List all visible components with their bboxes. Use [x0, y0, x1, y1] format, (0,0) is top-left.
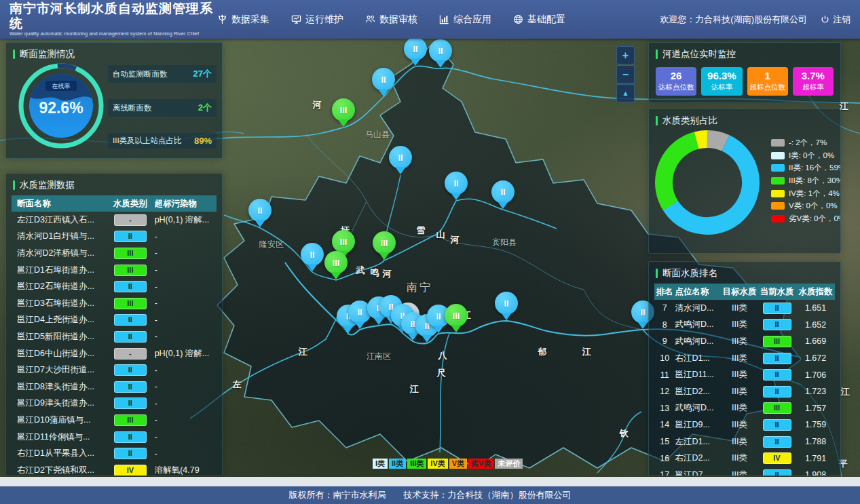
nav-item-2[interactable]: 运行维护 — [291, 14, 343, 26]
ranking-table-row[interactable]: 16右江D2...III类IV1.791 — [654, 450, 835, 467]
water-class-badge: IV — [114, 465, 147, 476]
station-marker[interactable]: III — [332, 230, 355, 253]
section-name-cell: 邕江D7大沙田街道... — [12, 364, 106, 376]
station-marker[interactable]: III — [445, 304, 468, 327]
water-class-cell: II — [106, 231, 155, 242]
ranking-table-row[interactable]: 8武鸣河D...III类II1.652 — [654, 317, 835, 334]
quality-table-row[interactable]: 邕江D6中山街道办...-pH(0,1) 溶解... — [12, 345, 217, 362]
quality-table-row[interactable]: 邕江D4上尧街道办...II- — [12, 312, 217, 329]
panel-title: 断面水质排名 — [649, 262, 840, 282]
station-marker[interactable]: II — [445, 172, 468, 195]
water-class-cell: III — [106, 414, 155, 426]
water-class-badge: II — [763, 369, 791, 381]
target-class-cell: III类 — [722, 336, 758, 347]
power-icon — [821, 15, 829, 24]
quality-index-cell: 1.723 — [796, 387, 835, 396]
station-marker[interactable]: II — [491, 180, 515, 203]
station-marker[interactable]: III — [332, 98, 355, 121]
current-class-cell: III — [758, 402, 796, 414]
quality-table-row[interactable]: 邕江D10蒲庙镇与...III- — [12, 412, 217, 429]
station-marker[interactable]: II — [495, 292, 518, 315]
app-brand: 南宁市河长制水质自动监测管理系统 Water quality automatic… — [10, 1, 213, 37]
station-marker[interactable]: II — [429, 39, 452, 62]
zoom-in-button[interactable]: + — [616, 46, 635, 64]
title-accent-bar — [656, 116, 658, 125]
title-accent-bar — [13, 50, 15, 59]
ranking-table-panel: 断面水质排名 排名点位名称目标水质当前水质水质指数 7清水河D...III类II… — [648, 261, 841, 476]
map-canvas[interactable]: 河马山县圩河武鸣河雪山河南宁兴宁区宾阳县隆安区江南区邕江江八尺左江江郁江钦江江平… — [0, 39, 860, 477]
ranking-table-row[interactable]: 11邕江D11...III类II1.706 — [654, 366, 835, 383]
nav-item-5[interactable]: 基础配置 — [513, 14, 565, 26]
ranking-table-row[interactable]: 10右江D1...III类II1.672 — [654, 350, 835, 367]
ranking-table-row[interactable]: 9武鸣河D...III类III1.669 — [654, 333, 835, 350]
quality-table-row[interactable]: 清水河D1白圩镇与...II- — [12, 229, 217, 246]
extent-button[interactable]: ▴ — [616, 84, 635, 102]
quality-table-row[interactable]: 左江D3江西镇入石...-pH(0,1) 溶解... — [12, 212, 217, 229]
quality-table-row[interactable]: 邕江D11伶俐镇与...II- — [12, 429, 217, 446]
zoom-out-button[interactable]: − — [616, 65, 635, 83]
nav-item-3[interactable]: 数据审核 — [365, 14, 417, 26]
water-class-badge: - — [114, 348, 147, 360]
quality-table-row[interactable]: 邕江D9津头街道办...II- — [12, 395, 217, 412]
station-marker[interactable]: II — [248, 199, 272, 222]
water-class-cell: II — [106, 431, 155, 443]
pollutant-cell: - — [155, 298, 217, 308]
quality-table-row[interactable]: 邕江D3石埠街道办...III- — [12, 295, 217, 312]
rank-cell: 10 — [654, 353, 675, 363]
quality-table-row[interactable]: 邕江D8津头街道办...II- — [12, 379, 217, 395]
current-class-cell: II — [758, 386, 796, 398]
ranking-header-cell: 目标水质 — [722, 286, 758, 298]
station-marker[interactable]: III — [324, 251, 348, 274]
quality-table-row[interactable]: 邕江D7大沙田街道...II- — [12, 362, 217, 379]
current-class-cell: II — [758, 369, 796, 381]
rank-cell: 15 — [654, 437, 675, 446]
category-ratio-panel: 水质类别占比 -: 2个，7%I类: 0个，0%II类: 16个，59%III类… — [648, 109, 841, 254]
main-nav: 数据采集运行维护数据审核综合应用基础配置 — [217, 14, 565, 26]
quality-table-row[interactable]: 右江D2下尧镇和双...IV溶解氧(4.79 — [12, 462, 217, 476]
section-name-cell: 邕江D6中山街道办... — [12, 348, 106, 360]
logout-button[interactable]: 注销 — [821, 14, 850, 26]
quality-table-row[interactable]: 邕江D5新阳街道办...II- — [12, 328, 217, 345]
copyright-text: 版权所有：南宁市水利局 技术支持：力合科技（湖南）股份有限公司 — [289, 489, 572, 501]
ranking-table-row[interactable]: 13武鸣河D...III类III1.757 — [654, 400, 835, 417]
section-name-cell: 邕江D10蒲庙镇与... — [12, 414, 106, 426]
station-marker[interactable]: II — [372, 68, 395, 91]
nav-item-1[interactable]: 数据采集 — [217, 14, 269, 26]
stat-value: 2个 — [198, 102, 212, 114]
water-class-cell: III — [106, 265, 155, 276]
rank-cell: 14 — [654, 420, 675, 429]
nav-item-4[interactable]: 综合应用 — [439, 14, 491, 26]
app-subtitle: Water quality automatic monitoring and m… — [10, 31, 213, 37]
water-class-cell: II — [106, 398, 155, 409]
station-marker[interactable]: II — [389, 146, 412, 169]
ranking-table-row[interactable]: 12邕江D2...III类II1.723 — [654, 383, 835, 400]
stat-card-label: 超标率 — [802, 83, 824, 92]
ranking-table-row[interactable]: 7清水河D...III类II1.651 — [654, 300, 835, 317]
ranking-table-row[interactable]: 15左江D1...III类II1.788 — [654, 433, 835, 450]
station-marker[interactable]: II — [301, 243, 324, 266]
nav-item-label: 数据采集 — [231, 14, 269, 26]
pollutant-cell: - — [155, 315, 217, 325]
ranking-header-cell: 排名 — [654, 286, 675, 298]
quality-table-row[interactable]: 右江D1从平果县入...II- — [12, 445, 217, 462]
svg-text:92.6%: 92.6% — [39, 99, 83, 117]
quality-table-row[interactable]: 邕江D1石埠街道办...III- — [12, 262, 217, 279]
station-marker[interactable]: III — [373, 231, 396, 254]
section-name-cell: 邕江D1石埠街道办... — [12, 265, 106, 276]
water-class-cell: III — [106, 248, 155, 259]
ranking-table-row[interactable]: 17邕江D7...III类II1.908 — [654, 467, 835, 476]
quality-index-cell: 1.672 — [796, 353, 835, 363]
ranking-table-row[interactable]: 14邕江D9...III类II1.759 — [654, 416, 835, 433]
pollutant-cell: - — [155, 432, 217, 442]
quality-table-row[interactable]: 清水河D2洋桥镇与...III- — [12, 245, 217, 262]
quality-table-row[interactable]: 邕江D2石埠街道办...II- — [12, 278, 217, 295]
nav-item-label: 综合应用 — [453, 14, 491, 26]
ranking-panel-title: 断面水质排名 — [662, 267, 717, 279]
ranking-table-body: 7清水河D...III类II1.6518武鸣河D...III类II1.6529武… — [649, 300, 840, 476]
rank-cell: 11 — [654, 370, 675, 380]
stat-card-value: 96.3% — [707, 71, 736, 82]
legend-text: II类: 16个，59% — [789, 163, 841, 173]
water-class-cell: - — [106, 348, 155, 360]
quality-header-cell: 水质类别 — [106, 198, 155, 210]
ranking-header-cell: 点位名称 — [675, 286, 721, 298]
